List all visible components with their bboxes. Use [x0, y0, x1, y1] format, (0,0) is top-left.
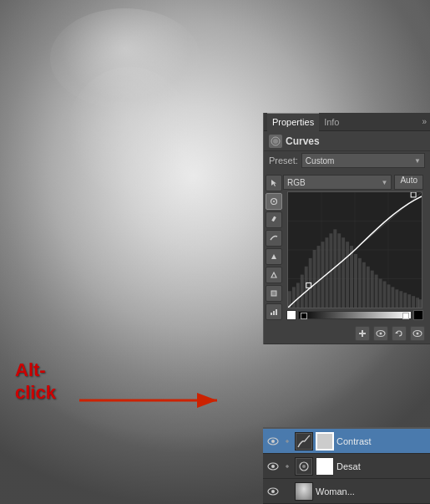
svg-rect-9 — [273, 311, 275, 315]
layer-name-contrast: Contrast — [336, 436, 427, 446]
preset-dropdown[interactable]: Custom ▼ — [301, 153, 425, 168]
svg-rect-19 — [296, 283, 300, 308]
properties-panel: Properties Info » Curves Preset: Custom … — [263, 113, 430, 344]
curves-header: Curves — [264, 131, 430, 151]
panel-expand-icon[interactable]: » — [422, 117, 427, 126]
svg-point-67 — [302, 465, 306, 468]
tool-smooth[interactable] — [266, 230, 282, 247]
arrow-indicator — [79, 389, 230, 414]
svg-rect-51 — [411, 192, 416, 197]
add-layer-icon-btn[interactable] — [355, 326, 370, 341]
tool-pointer[interactable] — [266, 175, 282, 191]
svg-rect-43 — [395, 289, 398, 308]
svg-rect-29 — [337, 233, 341, 308]
svg-point-61 — [271, 440, 275, 443]
svg-rect-32 — [350, 246, 353, 308]
tool-gray-point[interactable] — [266, 285, 282, 302]
layer-name-desat: Desat — [336, 461, 427, 471]
tool-pencil[interactable] — [266, 211, 282, 228]
tab-properties[interactable]: Properties — [267, 113, 319, 131]
preset-label: Preset: — [269, 155, 298, 165]
svg-point-3 — [273, 139, 278, 144]
white-point-slider[interactable] — [286, 310, 296, 320]
layer-thumb-woman — [295, 482, 313, 501]
svg-rect-39 — [379, 279, 382, 308]
preset-dropdown-arrow: ▼ — [414, 157, 421, 165]
svg-point-64 — [271, 465, 275, 468]
tool-histogram[interactable] — [266, 303, 282, 320]
tab-info[interactable]: Info — [319, 117, 344, 127]
svg-rect-30 — [341, 237, 345, 308]
svg-rect-44 — [399, 291, 402, 308]
black-point-slider[interactable] — [413, 310, 423, 320]
svg-rect-7 — [271, 291, 276, 296]
curve-icons-row — [264, 323, 430, 344]
visibility-icon-btn[interactable] — [410, 326, 425, 341]
white-slider-handle[interactable] — [402, 313, 409, 319]
layer-row-contrast[interactable]: Contrast — [263, 429, 430, 454]
tools-column — [264, 173, 283, 322]
svg-rect-20 — [301, 275, 304, 308]
preset-row: Preset: Custom ▼ — [264, 151, 430, 170]
layers-panel: Contrast Desat Woman... — [263, 427, 430, 504]
panel-tabs: Properties Info » — [264, 113, 430, 131]
svg-rect-8 — [271, 313, 272, 315]
tool-black-point[interactable] — [266, 248, 282, 265]
svg-rect-25 — [321, 242, 325, 308]
layer-row-woman[interactable]: Woman... — [263, 479, 430, 504]
svg-rect-47 — [412, 296, 415, 308]
layer-thumb-contrast — [295, 432, 313, 451]
layer-name-woman: Woman... — [316, 486, 427, 496]
alt-click-label: Alt- click — [15, 359, 56, 404]
svg-rect-24 — [317, 246, 321, 308]
svg-rect-10 — [276, 309, 277, 315]
svg-rect-54 — [362, 330, 363, 337]
channel-dropdown[interactable]: RGB ▼ — [283, 175, 392, 190]
layer-row-desat[interactable]: Desat — [263, 454, 430, 479]
svg-rect-31 — [346, 242, 349, 308]
tool-white-point[interactable] — [266, 267, 282, 283]
svg-rect-49 — [418, 299, 422, 308]
layer-eye-contrast[interactable] — [266, 435, 280, 448]
layer-mask-desat — [316, 457, 334, 476]
svg-rect-36 — [367, 267, 370, 308]
svg-rect-46 — [407, 294, 411, 308]
svg-marker-57 — [395, 332, 398, 333]
svg-rect-40 — [383, 281, 387, 308]
svg-point-69 — [271, 490, 275, 493]
gradient-slider-bar[interactable] — [298, 311, 412, 319]
svg-rect-41 — [387, 284, 391, 308]
curve-sliders — [283, 308, 427, 322]
svg-rect-34 — [358, 258, 362, 308]
tool-point-on-curve[interactable] — [266, 193, 282, 210]
layer-link-woman — [282, 486, 292, 496]
channel-dropdown-arrow: ▼ — [382, 179, 388, 186]
curve-graph[interactable] — [287, 191, 422, 308]
layer-eye-desat[interactable] — [266, 460, 280, 473]
svg-rect-37 — [371, 271, 374, 308]
svg-rect-6 — [271, 216, 276, 222]
curves-adjustment-icon — [269, 135, 282, 148]
svg-rect-18 — [292, 287, 296, 308]
svg-rect-23 — [313, 250, 316, 308]
svg-rect-33 — [354, 254, 357, 308]
layer-eye-woman[interactable] — [266, 485, 280, 498]
curves-title: Curves — [286, 135, 320, 147]
channel-row: RGB ▼ Auto — [283, 173, 427, 191]
eye-icon-btn[interactable] — [373, 326, 388, 341]
layer-link-contrast — [282, 436, 292, 446]
layer-link-desat — [282, 461, 292, 471]
layer-thumb-desat — [295, 457, 313, 476]
curve-section: RGB ▼ Auto — [264, 170, 430, 323]
black-slider-handle[interactable] — [301, 313, 307, 319]
reset-icon-btn[interactable] — [392, 326, 407, 341]
svg-point-5 — [273, 201, 275, 202]
svg-rect-42 — [391, 287, 394, 308]
svg-rect-35 — [362, 262, 366, 308]
svg-rect-38 — [375, 275, 378, 308]
layer-mask-contrast — [316, 432, 334, 451]
auto-button[interactable]: Auto — [394, 175, 423, 190]
svg-point-59 — [417, 333, 419, 335]
svg-point-56 — [380, 333, 382, 335]
svg-rect-45 — [403, 293, 407, 308]
